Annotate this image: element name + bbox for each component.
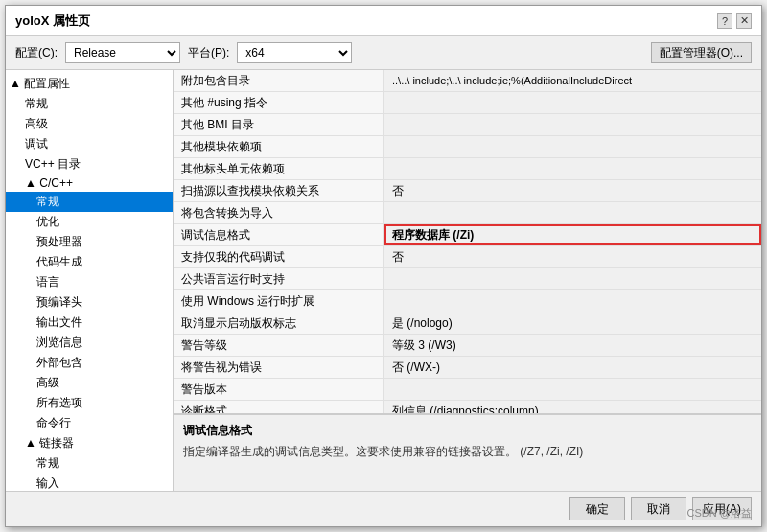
sidebar-item-linker-general[interactable]: 常规 bbox=[6, 453, 173, 474]
sidebar-item-advanced[interactable]: 高级 bbox=[6, 114, 173, 134]
prop-value-other-header-deps bbox=[384, 158, 761, 179]
prop-name-debug-format: 调试信息格式 bbox=[174, 224, 384, 245]
prop-row-warning-level[interactable]: 警告等级等级 3 (/W3) bbox=[174, 335, 761, 357]
prop-row-diag-format[interactable]: 诊断格式列信息 (/diagnostics:column) bbox=[174, 401, 761, 414]
prop-row-common-lang-rt[interactable]: 公共语言运行时支持 bbox=[174, 268, 761, 290]
prop-value-debug-format: 程序数据库 (/Zi) bbox=[384, 224, 761, 245]
sidebar-item-linker-group[interactable]: ▲ 链接器 bbox=[6, 433, 173, 453]
sidebar-item-cpp-codegen[interactable]: 代码生成 bbox=[6, 252, 173, 272]
sidebar-item-cpp-group[interactable]: ▲ C/C++ bbox=[6, 174, 173, 192]
prop-value-warn-version bbox=[384, 379, 761, 400]
prop-value-scan-deps: 否 bbox=[384, 180, 761, 201]
prop-name-windows-rt: 使用 Windows 运行时扩展 bbox=[174, 290, 384, 312]
prop-value-other-using bbox=[384, 92, 761, 113]
prop-name-convert-include: 将包含转换为导入 bbox=[174, 202, 384, 223]
prop-row-warn-as-error[interactable]: 将警告视为错误否 (/WX-) bbox=[174, 357, 761, 379]
config-select[interactable]: Release bbox=[65, 42, 180, 63]
sidebar-item-config-props[interactable]: ▲ 配置属性 bbox=[6, 74, 173, 94]
sidebar-item-cpp-pch[interactable]: 预编译头 bbox=[6, 292, 173, 312]
prop-row-debug-format[interactable]: 调试信息格式程序数据库 (/Zi) bbox=[174, 224, 761, 246]
prop-value-warn-as-error: 否 (/WX-) bbox=[384, 357, 761, 378]
sidebar-tree: ▲ 配置属性常规高级调试VC++ 目录▲ C/C++常规优化预处理器代码生成语言… bbox=[6, 70, 174, 491]
help-button[interactable]: ? bbox=[717, 13, 732, 29]
prop-row-windows-rt[interactable]: 使用 Windows 运行时扩展 bbox=[174, 290, 761, 312]
sidebar-item-cpp-optimize[interactable]: 优化 bbox=[6, 212, 173, 232]
prop-name-other-using: 其他 #using 指令 bbox=[174, 92, 384, 113]
config-bar: 配置(C): Release 平台(P): x64 配置管理器(O)... bbox=[6, 36, 761, 70]
sidebar-item-cpp-general[interactable]: 常规 bbox=[6, 192, 173, 212]
prop-value-warning-level: 等级 3 (/W3) bbox=[384, 335, 761, 356]
manager-button[interactable]: 配置管理器(O)... bbox=[651, 42, 752, 63]
prop-row-add-include-dirs[interactable]: 附加包含目录..\..\ include;\..\ include;ie;%(A… bbox=[174, 70, 761, 92]
main-dialog: yoloX 属性页 ? ✕ 配置(C): Release 平台(P): x64 … bbox=[5, 5, 762, 527]
prop-name-warning-level: 警告等级 bbox=[174, 335, 384, 356]
sidebar-item-cpp-cmdline[interactable]: 命令行 bbox=[6, 413, 173, 433]
prop-name-add-include-dirs: 附加包含目录 bbox=[174, 70, 384, 91]
prop-row-suppress-logo[interactable]: 取消显示启动版权标志是 (/nologo) bbox=[174, 312, 761, 335]
sidebar-item-general[interactable]: 常规 bbox=[6, 94, 173, 114]
prop-name-warn-version: 警告版本 bbox=[174, 379, 384, 400]
watermark: CSDN @洛益 bbox=[687, 506, 752, 520]
prop-name-other-header-deps: 其他标头单元依赖项 bbox=[174, 158, 384, 179]
prop-value-windows-rt bbox=[384, 290, 761, 312]
sidebar-item-cpp-adv[interactable]: 高级 bbox=[6, 373, 173, 393]
prop-name-suppress-logo: 取消显示启动版权标志 bbox=[174, 312, 384, 334]
desc-title: 调试信息格式 bbox=[183, 423, 752, 439]
sidebar-item-cpp-output[interactable]: 输出文件 bbox=[6, 312, 173, 333]
title-bar: yoloX 属性页 ? ✕ bbox=[6, 6, 761, 36]
prop-name-other-bmi: 其他 BMI 目录 bbox=[174, 114, 384, 135]
description-box: 调试信息格式 指定编译器生成的调试信息类型。这要求使用兼容的链接器设置。 (/Z… bbox=[174, 414, 761, 491]
prop-value-my-code-only: 否 bbox=[384, 246, 761, 267]
prop-value-diag-format: 列信息 (/diagnostics:column) bbox=[384, 401, 761, 414]
property-table: 附加包含目录..\..\ include;\..\ include;ie;%(A… bbox=[174, 70, 761, 414]
sidebar-item-vcpp-dirs[interactable]: VC++ 目录 bbox=[6, 154, 173, 174]
prop-name-my-code-only: 支持仅我的代码调试 bbox=[174, 246, 384, 267]
dialog-footer: 确定 取消 应用(A) bbox=[6, 491, 761, 526]
title-controls: ? ✕ bbox=[717, 13, 752, 29]
platform-label: 平台(P): bbox=[188, 45, 229, 61]
dialog-title: yoloX 属性页 bbox=[15, 12, 90, 30]
prop-row-other-using[interactable]: 其他 #using 指令 bbox=[174, 92, 761, 114]
desc-text: 指定编译器生成的调试信息类型。这要求使用兼容的链接器设置。 (/Z7, /Zi,… bbox=[183, 443, 752, 460]
prop-name-scan-deps: 扫描源以查找模块依赖关系 bbox=[174, 180, 384, 201]
config-label: 配置(C): bbox=[15, 45, 58, 61]
prop-value-suppress-logo: 是 (/nologo) bbox=[384, 312, 761, 334]
prop-value-common-lang-rt bbox=[384, 268, 761, 289]
prop-row-scan-deps[interactable]: 扫描源以查找模块依赖关系否 bbox=[174, 180, 761, 202]
prop-name-diag-format: 诊断格式 bbox=[174, 401, 384, 414]
sidebar-item-cpp-preproc[interactable]: 预处理器 bbox=[6, 232, 173, 252]
prop-row-other-bmi[interactable]: 其他 BMI 目录 bbox=[174, 114, 761, 136]
sidebar-item-linker-input[interactable]: 输入 bbox=[6, 474, 173, 491]
close-button[interactable]: ✕ bbox=[736, 13, 752, 29]
cancel-button[interactable]: 取消 bbox=[631, 497, 686, 520]
prop-row-my-code-only[interactable]: 支持仅我的代码调试否 bbox=[174, 246, 761, 268]
ok-button[interactable]: 确定 bbox=[569, 497, 625, 520]
platform-select[interactable]: x64 bbox=[237, 42, 352, 63]
sidebar-item-cpp-all[interactable]: 所有选项 bbox=[6, 393, 173, 413]
main-content: ▲ 配置属性常规高级调试VC++ 目录▲ C/C++常规优化预处理器代码生成语言… bbox=[6, 70, 761, 491]
prop-row-warn-version[interactable]: 警告版本 bbox=[174, 379, 761, 401]
prop-value-other-bmi bbox=[384, 114, 761, 135]
prop-value-convert-include bbox=[384, 202, 761, 223]
prop-row-other-module-deps[interactable]: 其他模块依赖项 bbox=[174, 136, 761, 158]
prop-row-other-header-deps[interactable]: 其他标头单元依赖项 bbox=[174, 158, 761, 180]
sidebar-item-cpp-external[interactable]: 外部包含 bbox=[6, 353, 173, 373]
sidebar-item-cpp-browse[interactable]: 浏览信息 bbox=[6, 333, 173, 353]
prop-value-add-include-dirs: ..\..\ include;\..\ include;ie;%(Additio… bbox=[384, 70, 761, 91]
sidebar-item-debug[interactable]: 调试 bbox=[6, 134, 173, 154]
prop-name-other-module-deps: 其他模块依赖项 bbox=[174, 136, 384, 157]
prop-name-warn-as-error: 将警告视为错误 bbox=[174, 357, 384, 378]
property-panel: 附加包含目录..\..\ include;\..\ include;ie;%(A… bbox=[174, 70, 761, 491]
prop-name-common-lang-rt: 公共语言运行时支持 bbox=[174, 268, 384, 289]
prop-value-other-module-deps bbox=[384, 136, 761, 157]
prop-row-convert-include[interactable]: 将包含转换为导入 bbox=[174, 202, 761, 224]
sidebar-item-cpp-lang[interactable]: 语言 bbox=[6, 272, 173, 292]
